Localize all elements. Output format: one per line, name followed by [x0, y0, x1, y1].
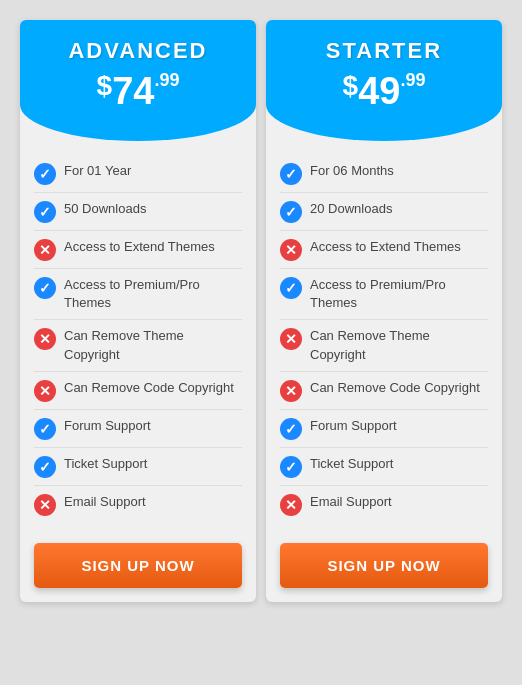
check-icon	[34, 163, 56, 185]
cross-icon	[280, 328, 302, 350]
feature-label: For 01 Year	[64, 162, 131, 180]
list-item: 20 Downloads	[280, 193, 488, 231]
list-item: 50 Downloads	[34, 193, 242, 231]
feature-label: Can Remove Code Copyright	[64, 379, 234, 397]
card-footer-advanced: SIGN UP NOW	[20, 533, 256, 602]
feature-label: Email Support	[64, 493, 146, 511]
list-item: For 06 Months	[280, 155, 488, 193]
check-icon	[280, 277, 302, 299]
check-icon	[280, 163, 302, 185]
pricing-card-starter: STARTER$49.99For 06 Months20 DownloadsAc…	[266, 20, 502, 602]
list-item: Can Remove Code Copyright	[280, 372, 488, 410]
check-icon	[280, 456, 302, 478]
card-footer-starter: SIGN UP NOW	[266, 533, 502, 602]
pricing-card-advanced: ADVANCED$74.99For 01 Year50 DownloadsAcc…	[20, 20, 256, 602]
feature-label: Access to Extend Themes	[310, 238, 461, 256]
list-item: Can Remove Code Copyright	[34, 372, 242, 410]
list-item: Can Remove Theme Copyright	[280, 320, 488, 371]
feature-label: Ticket Support	[310, 455, 393, 473]
feature-label: Access to Premium/Pro Themes	[310, 276, 488, 312]
cross-icon	[280, 239, 302, 261]
card-header-advanced: ADVANCED$74.99	[20, 20, 256, 141]
card-price-advanced: $74.99	[30, 64, 246, 113]
check-icon	[280, 201, 302, 223]
feature-label: Email Support	[310, 493, 392, 511]
cross-icon	[280, 380, 302, 402]
check-icon	[34, 201, 56, 223]
feature-label: Ticket Support	[64, 455, 147, 473]
feature-label: 50 Downloads	[64, 200, 146, 218]
features-list-advanced: For 01 Year50 DownloadsAccess to Extend …	[20, 141, 256, 533]
card-title-advanced: ADVANCED	[30, 38, 246, 64]
list-item: Ticket Support	[34, 448, 242, 486]
card-title-starter: STARTER	[276, 38, 492, 64]
list-item: Access to Extend Themes	[34, 231, 242, 269]
feature-label: For 06 Months	[310, 162, 394, 180]
feature-label: Can Remove Code Copyright	[310, 379, 480, 397]
feature-label: Can Remove Theme Copyright	[310, 327, 488, 363]
list-item: Access to Extend Themes	[280, 231, 488, 269]
signup-button-starter[interactable]: SIGN UP NOW	[280, 543, 488, 588]
list-item: Ticket Support	[280, 448, 488, 486]
list-item: Access to Premium/Pro Themes	[34, 269, 242, 320]
card-price-starter: $49.99	[276, 64, 492, 113]
check-icon	[34, 277, 56, 299]
feature-label: Can Remove Theme Copyright	[64, 327, 242, 363]
list-item: Can Remove Theme Copyright	[34, 320, 242, 371]
signup-button-advanced[interactable]: SIGN UP NOW	[34, 543, 242, 588]
feature-label: Forum Support	[310, 417, 397, 435]
cross-icon	[34, 494, 56, 516]
feature-label: 20 Downloads	[310, 200, 392, 218]
list-item: Forum Support	[280, 410, 488, 448]
list-item: Email Support	[34, 486, 242, 523]
check-icon	[34, 456, 56, 478]
cross-icon	[34, 328, 56, 350]
feature-label: Access to Extend Themes	[64, 238, 215, 256]
pricing-container: ADVANCED$74.99For 01 Year50 DownloadsAcc…	[10, 10, 512, 612]
list-item: Forum Support	[34, 410, 242, 448]
cross-icon	[34, 380, 56, 402]
cross-icon	[280, 494, 302, 516]
list-item: For 01 Year	[34, 155, 242, 193]
card-header-starter: STARTER$49.99	[266, 20, 502, 141]
list-item: Access to Premium/Pro Themes	[280, 269, 488, 320]
cross-icon	[34, 239, 56, 261]
list-item: Email Support	[280, 486, 488, 523]
check-icon	[280, 418, 302, 440]
feature-label: Access to Premium/Pro Themes	[64, 276, 242, 312]
check-icon	[34, 418, 56, 440]
features-list-starter: For 06 Months20 DownloadsAccess to Exten…	[266, 141, 502, 533]
feature-label: Forum Support	[64, 417, 151, 435]
